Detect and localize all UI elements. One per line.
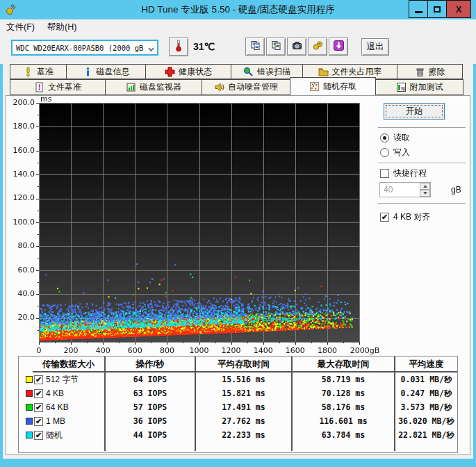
tab-erase[interactable]: 擦除	[397, 64, 463, 79]
read-radio-row[interactable]: 读取	[380, 132, 410, 144]
max-access-value: 116.601 ms	[291, 414, 394, 428]
scatter-icon	[309, 81, 320, 92]
write-radio[interactable]	[380, 148, 389, 157]
random-access-scatter-chart	[6, 96, 385, 357]
table-header-gutter	[19, 357, 33, 372]
series-color-swatch	[26, 404, 33, 411]
align-row[interactable]: ✔ 4 KB 对齐	[380, 211, 430, 223]
iops-value: 36 IOPS	[104, 414, 195, 428]
spinner-up-button[interactable]	[420, 183, 430, 190]
series-checkbox[interactable]: ✔	[34, 431, 43, 440]
trash-icon	[415, 67, 425, 77]
column-header: 平均速度	[394, 357, 457, 372]
short-stroke-unit: gB	[451, 185, 461, 195]
avg-speed-value: 36.020 MB/秒	[394, 414, 457, 428]
tab-label: 磁盘信息	[97, 66, 130, 78]
drive-select[interactable]: WDC WD20EARX-00PASB0 (2000 gB)	[11, 40, 158, 56]
max-access-value: 63.784 ms	[291, 428, 394, 442]
series-label: 随机	[46, 429, 63, 441]
options-button[interactable]	[308, 38, 327, 56]
column-header: 平均存取时间	[195, 357, 291, 372]
avg-access-value: 22.233 ms	[195, 428, 291, 442]
short-stroke-checkbox[interactable]	[380, 169, 389, 178]
avg-access-value: 27.762 ms	[195, 414, 291, 428]
avg-access-value: 17.491 ms	[195, 400, 291, 414]
series-label: 512 字节	[46, 374, 79, 386]
tab-label: 磁盘监视器	[140, 81, 181, 93]
short-stroke-row[interactable]: 快捷行程	[380, 167, 427, 179]
tab-health[interactable]: 健康状态	[145, 64, 231, 79]
tab-extra-tests[interactable]: 附加测试	[375, 79, 463, 95]
series-row-label: ✔1 MB	[33, 414, 104, 428]
read-radio[interactable]	[380, 133, 389, 142]
tab-disk-info[interactable]: 磁盘信息	[66, 64, 146, 79]
window-border-right	[473, 19, 476, 467]
series-color-swatch	[26, 418, 33, 425]
tab-label: 附加测试	[410, 81, 443, 93]
read-label: 读取	[393, 132, 410, 144]
update-button[interactable]	[329, 38, 348, 56]
short-stroke-value: 40	[380, 183, 420, 197]
up-arrow-icon	[423, 185, 427, 188]
exit-button[interactable]: 退出	[361, 38, 389, 56]
copy-image-button[interactable]	[266, 38, 286, 56]
series-checkbox[interactable]: ✔	[34, 389, 43, 398]
temperature-button[interactable]	[169, 38, 188, 56]
magnifier-icon	[243, 67, 254, 77]
bar-monitor-icon	[126, 82, 136, 92]
series-label: 4 KB	[46, 388, 64, 398]
window-border-left	[0, 19, 3, 467]
align-checkbox[interactable]: ✔	[380, 213, 389, 222]
series-label: 64 KB	[46, 402, 69, 412]
speaker-icon	[214, 82, 224, 92]
series-checkbox[interactable]: ✔	[34, 403, 43, 412]
tab-label: 健康状态	[179, 66, 212, 78]
avg-access-value: 15.516 ms	[195, 372, 291, 386]
start-button[interactable]: 开始	[384, 103, 445, 120]
series-checkbox[interactable]: ✔	[34, 417, 43, 426]
series-label: 1 MB	[46, 416, 65, 426]
update-icon	[334, 40, 344, 54]
exclaim-icon	[23, 67, 33, 77]
tab-label: 随机存取	[323, 81, 356, 92]
spinner-down-button[interactable]	[420, 190, 430, 197]
tab-aam[interactable]: 自动噪音管理	[202, 79, 290, 95]
series-row-label: ✔512 字节	[33, 372, 104, 386]
menubar: 文件(F) 帮助(H)	[0, 19, 476, 35]
avg-speed-value: 0.247 MB/秒	[394, 386, 457, 400]
screenshot-button[interactable]	[287, 38, 306, 56]
max-access-value: 58.719 ms	[291, 372, 394, 386]
tab-benchmark[interactable]: 基准	[10, 64, 67, 79]
minimize-icon	[415, 11, 422, 13]
window-border-bottom	[0, 459, 476, 467]
chevron-down-icon	[145, 42, 157, 54]
series-row-label: ✔64 KB	[33, 400, 104, 414]
tab-label: 文件夹占用率	[332, 66, 382, 78]
copy-text-button[interactable]	[245, 38, 265, 56]
separator	[378, 163, 466, 164]
series-color-swatch	[26, 376, 33, 383]
column-header: 操作/秒	[104, 357, 195, 372]
menu-file[interactable]: 文件(F)	[0, 19, 41, 35]
health-cross-icon	[165, 67, 175, 77]
series-checkbox[interactable]: ✔	[34, 375, 43, 384]
menu-help[interactable]: 帮助(H)	[41, 19, 83, 35]
maximize-button[interactable]	[427, 0, 447, 18]
tab-file-benchmark[interactable]: 文件基准	[10, 79, 106, 95]
max-access-value: 70.128 ms	[291, 386, 394, 400]
tab-disk-monitor[interactable]: 磁盘监视器	[105, 79, 202, 95]
iops-value: 63 IOPS	[104, 386, 195, 400]
camera-icon	[292, 40, 302, 54]
legend-swatch-cell	[19, 400, 33, 414]
radio-dot	[383, 136, 386, 140]
close-button[interactable]: X	[446, 0, 471, 18]
max-access-value: 58.176 ms	[291, 400, 394, 414]
avg-speed-value: 22.821 MB/秒	[394, 428, 457, 442]
minimize-button[interactable]	[409, 0, 428, 18]
tab-label: 基准	[37, 66, 54, 78]
thermometer-icon	[174, 40, 183, 55]
write-radio-row[interactable]: 写入	[380, 147, 410, 158]
short-stroke-spinner[interactable]: 40	[379, 182, 431, 197]
legend-swatch-cell	[19, 428, 33, 442]
tab-random-access[interactable]: 随机存取	[290, 77, 376, 95]
